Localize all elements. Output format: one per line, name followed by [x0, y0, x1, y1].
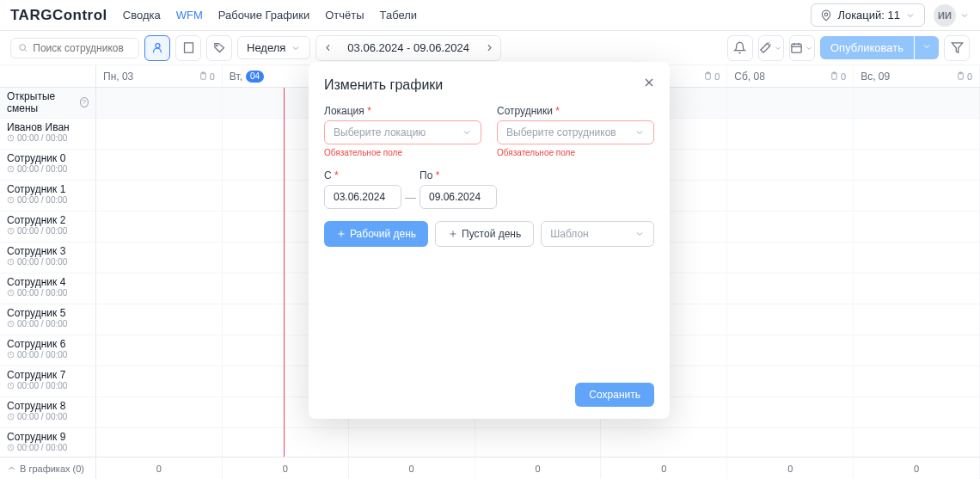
add-workday-button[interactable]: Рабочий день: [324, 221, 428, 247]
location-field: Локация * Выберите локацию Обязательное …: [324, 105, 481, 157]
chevron-down-icon: [634, 229, 645, 239]
employees-select[interactable]: Выберите сотрудников: [497, 120, 654, 144]
plus-icon: [336, 229, 346, 239]
modal-overlay: Изменить графики Локация * Выберите лока…: [0, 0, 980, 479]
employees-error: Обязательное поле: [497, 148, 654, 157]
employees-placeholder: Выберите сотрудников: [506, 126, 616, 138]
edit-schedules-modal: Изменить графики Локация * Выберите лока…: [309, 62, 670, 419]
close-icon: [642, 76, 656, 89]
date-dash: —: [401, 191, 420, 204]
chevron-down-icon: [634, 127, 645, 138]
location-placeholder: Выберите локацию: [334, 126, 426, 138]
template-select[interactable]: Шаблон: [541, 221, 654, 247]
location-select[interactable]: Выберите локацию: [324, 120, 481, 144]
save-button[interactable]: Сохранить: [575, 383, 654, 407]
to-date-input[interactable]: 09.06.2024: [420, 185, 497, 209]
employees-field: Сотрудники * Выберите сотрудников Обязат…: [497, 105, 654, 157]
modal-title: Изменить графики: [324, 77, 654, 93]
chevron-down-icon: [462, 127, 472, 138]
modal-close-button[interactable]: [642, 76, 656, 89]
from-date-input[interactable]: 03.06.2024: [324, 185, 401, 209]
plus-icon: [448, 229, 458, 239]
add-empty-day-button[interactable]: Пустой день: [435, 221, 534, 247]
location-error: Обязательное поле: [324, 148, 481, 157]
